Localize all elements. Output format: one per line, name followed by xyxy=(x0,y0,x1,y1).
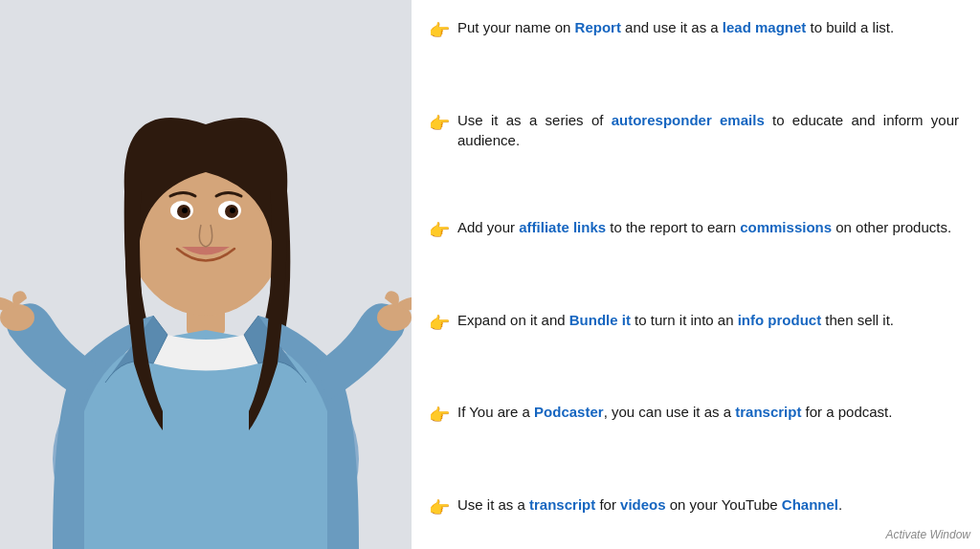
bullet-text-4: Expand on it and Bundle it to turn it in… xyxy=(457,310,959,331)
person-image xyxy=(0,0,412,549)
highlight-commissions: commissions xyxy=(740,219,832,235)
bullet-item-5: 👉 If You are a Podcaster, you can use it… xyxy=(429,402,959,428)
bullet-item-4: 👉 Expand on it and Bundle it to turn it … xyxy=(429,310,959,336)
highlight-info-product: info product xyxy=(738,312,821,328)
bullet-text-2: Use it as a series of autoresponder emai… xyxy=(457,110,959,152)
left-panel xyxy=(0,0,412,549)
bullet-text-3: Add your affiliate links to the report t… xyxy=(457,217,959,238)
watermark: Activate Window xyxy=(885,528,970,541)
svg-point-8 xyxy=(182,208,188,213)
highlight-videos: videos xyxy=(620,496,666,513)
highlight-channel: Channel xyxy=(782,496,838,513)
highlight-lead-magnet: lead magnet xyxy=(723,19,807,35)
bullet-item-3: 👉 Add your affiliate links to the report… xyxy=(429,217,959,243)
bullet-icon-6: 👉 xyxy=(429,495,450,520)
bullet-icon-2: 👉 xyxy=(429,111,450,136)
bullet-item-2: 👉 Use it as a series of autoresponder em… xyxy=(429,110,959,152)
bullet-text-5: If You are a Podcaster, you can use it a… xyxy=(457,402,959,423)
bullet-text-6: Use it as a transcript for videos on you… xyxy=(457,494,959,516)
bullet-item-1: 👉 Put your name on Report and use it as … xyxy=(429,17,959,43)
bullet-icon-1: 👉 xyxy=(429,18,450,43)
right-panel: 👉 Put your name on Report and use it as … xyxy=(412,0,980,549)
highlight-autoresponder: autoresponder emails xyxy=(612,112,765,128)
bullet-icon-3: 👉 xyxy=(429,218,450,243)
highlight-affiliate-links: affiliate links xyxy=(519,219,606,235)
highlight-report: Report xyxy=(575,19,621,35)
bullet-icon-4: 👉 xyxy=(429,311,450,336)
highlight-transcript-2: transcript xyxy=(529,496,595,513)
bullet-item-6: 👉 Use it as a transcript for videos on y… xyxy=(429,494,959,520)
highlight-transcript-1: transcript xyxy=(735,404,801,420)
highlight-bundle-it: Bundle it xyxy=(569,312,631,328)
svg-point-9 xyxy=(230,208,235,213)
bullet-text-1: Put your name on Report and use it as a … xyxy=(457,17,959,38)
bullet-icon-5: 👉 xyxy=(429,403,450,428)
highlight-podcaster: Podcaster xyxy=(534,404,604,420)
